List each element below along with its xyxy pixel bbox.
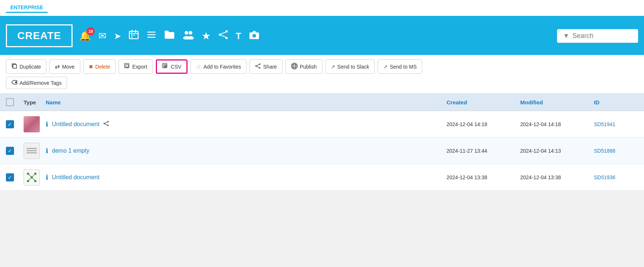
- svg-point-10: [185, 31, 188, 35]
- move-icon: ⇄: [55, 63, 60, 70]
- name-header: Name: [46, 99, 447, 105]
- star-icon: ★: [202, 30, 211, 42]
- csv-label: CSV: [171, 64, 182, 70]
- svg-point-20: [252, 34, 256, 38]
- list-nav-item[interactable]: [146, 30, 157, 42]
- network-thumbnail: [24, 169, 40, 185]
- svg-point-14: [219, 34, 221, 36]
- add-to-favorites-label: Add to Favorites: [203, 64, 241, 70]
- csv-button[interactable]: CSV: [156, 59, 188, 74]
- row1-thumbnail: [24, 116, 46, 132]
- row2-created: 2024-11-27 13:44: [447, 148, 520, 154]
- send-to-ms-button[interactable]: ↗ Send to MS: [378, 59, 422, 74]
- table-row: ✓ ℹ demo 1 empty 2024-11-27 13:44 2024-1…: [0, 138, 644, 164]
- enterprise-bar: ENTERPRISE: [0, 0, 644, 17]
- row3-created: 2024-12-04 13:38: [447, 174, 520, 180]
- search-box[interactable]: ▼: [557, 29, 638, 43]
- mail-icon: ✉: [98, 30, 106, 41]
- svg-line-49: [32, 174, 35, 177]
- send-nav-item[interactable]: ➤: [114, 30, 121, 42]
- text-nav-item[interactable]: T: [236, 30, 241, 42]
- publish-icon: [291, 63, 298, 70]
- send-to-ms-icon: ↗: [383, 64, 388, 70]
- row3-name-cell: ℹ Untitled document: [46, 173, 447, 181]
- create-button[interactable]: CREATE: [6, 24, 73, 47]
- toolbar: Duplicate ⇄ Move ✖ Delete Export CSV ☆ A: [0, 55, 644, 94]
- svg-line-30: [257, 65, 259, 66]
- row1-info-icon[interactable]: ℹ: [46, 120, 48, 128]
- duplicate-icon: [11, 63, 17, 70]
- search-input[interactable]: [573, 32, 631, 40]
- people-nav-item[interactable]: [182, 30, 194, 42]
- network-share-icon: [218, 31, 228, 42]
- row2-id[interactable]: SD51888: [594, 148, 638, 154]
- row2-checkbox[interactable]: ✓: [6, 147, 24, 155]
- row2-modified: 2024-12-04 14:13: [520, 148, 594, 154]
- svg-line-41: [105, 122, 107, 123]
- svg-line-17: [221, 32, 226, 34]
- calendar-nav-item[interactable]: [129, 30, 139, 42]
- calendar-icon: [129, 31, 139, 42]
- send-to-slack-button[interactable]: ↗ Send to Slack: [325, 59, 375, 74]
- svg-rect-21: [13, 65, 17, 68]
- send-to-slack-icon: ↗: [331, 64, 335, 70]
- svg-rect-4: [131, 35, 133, 36]
- add-remove-tags-button[interactable]: Add/Remove Tags: [6, 77, 67, 89]
- move-label: Move: [62, 64, 74, 70]
- publish-button[interactable]: Publish: [286, 59, 322, 74]
- row1-checkbox[interactable]: ✓: [6, 120, 24, 128]
- table-header: Type Name Created Modified ID: [0, 94, 644, 111]
- svg-point-38: [104, 123, 105, 124]
- duplicate-button[interactable]: Duplicate: [6, 59, 46, 74]
- row3-id[interactable]: SD51936: [594, 174, 638, 180]
- row2-doc-link[interactable]: demo 1 empty: [52, 148, 89, 154]
- csv-icon: [162, 63, 169, 70]
- add-remove-tags-label: Add/Remove Tags: [20, 80, 62, 86]
- svg-point-27: [255, 65, 257, 67]
- bell-nav-item[interactable]: 🔔 18: [79, 30, 91, 42]
- row3-doc-link[interactable]: Untitled document: [52, 174, 99, 181]
- pink-thumbnail: [24, 116, 40, 132]
- top-bar: CREATE 🔔 18 ✉ ➤: [0, 17, 644, 55]
- send-icon: ➤: [114, 31, 121, 41]
- row1-share-icon[interactable]: [103, 121, 109, 128]
- row3-info-icon[interactable]: ℹ: [46, 173, 48, 181]
- export-label: Export: [132, 64, 147, 70]
- svg-line-31: [257, 66, 259, 67]
- move-button[interactable]: ⇄ Move: [49, 59, 80, 74]
- add-to-favorites-button[interactable]: ☆ Add to Favorites: [190, 59, 246, 74]
- people-icon: [182, 31, 194, 42]
- delete-label: Delete: [95, 64, 110, 70]
- enterprise-tab[interactable]: ENTERPRISE: [6, 3, 48, 13]
- row1-modified: 2024-12-04 14:18: [520, 121, 594, 127]
- row2-thumbnail: [24, 143, 46, 159]
- send-to-ms-label: Send to MS: [390, 64, 417, 70]
- notification-badge: 18: [87, 27, 95, 35]
- row3-checkbox[interactable]: ✓: [6, 173, 24, 181]
- camera-nav-item[interactable]: [249, 30, 260, 42]
- select-all-checkbox[interactable]: [6, 98, 24, 106]
- delete-button[interactable]: ✖ Delete: [83, 59, 116, 74]
- type-header: Type: [24, 99, 46, 105]
- folder-icon: [164, 31, 175, 42]
- nav-icons: 🔔 18 ✉ ➤: [79, 30, 550, 42]
- row2-info-icon[interactable]: ℹ: [46, 147, 48, 155]
- share-button[interactable]: Share: [249, 59, 282, 74]
- table-container: Type Name Created Modified ID ✓ ℹ Untitl…: [0, 94, 644, 191]
- export-button[interactable]: Export: [119, 59, 153, 74]
- delete-icon: ✖: [89, 64, 93, 70]
- camera-icon: [249, 31, 260, 42]
- send-to-slack-label: Send to Slack: [337, 64, 369, 70]
- share-icon: [255, 63, 261, 70]
- network-share-nav-item[interactable]: [218, 30, 228, 42]
- folder-nav-item[interactable]: [164, 30, 175, 42]
- svg-point-29: [259, 67, 260, 69]
- table-row: ✓ ℹ Untitled document 2024-1: [0, 164, 644, 191]
- mail-nav-item[interactable]: ✉: [98, 30, 106, 42]
- svg-point-40: [107, 125, 109, 126]
- row1-doc-link[interactable]: Untitled document: [52, 121, 99, 128]
- list-icon: [146, 31, 157, 42]
- star-nav-item[interactable]: ★: [202, 30, 211, 42]
- row1-id[interactable]: SD51941: [594, 121, 638, 127]
- publish-label: Publish: [300, 64, 317, 70]
